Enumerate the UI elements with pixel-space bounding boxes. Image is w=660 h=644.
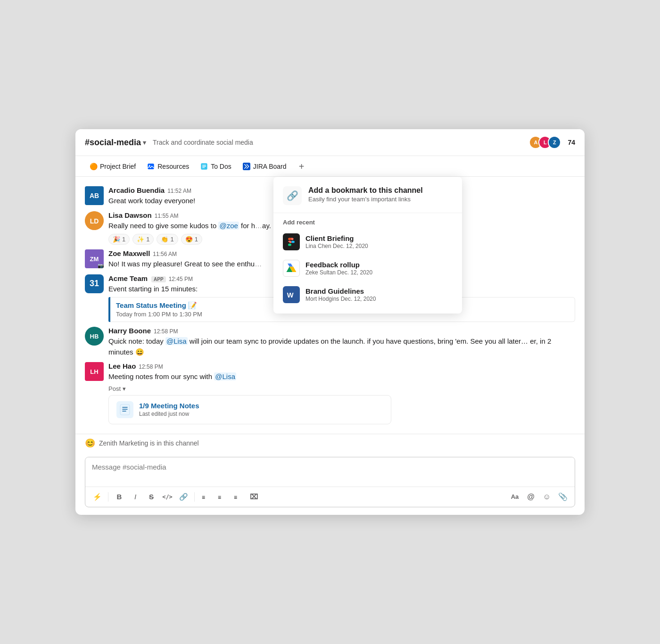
channel-name: #social-media [85, 138, 141, 148]
toolbar-divider [108, 492, 108, 502]
italic-button[interactable]: I [128, 490, 142, 504]
figma-icon [283, 233, 300, 250]
message-time: 12:58 PM [154, 328, 178, 335]
reaction-sparkle[interactable]: ✨1 [132, 234, 154, 245]
gdrive-icon [283, 260, 300, 277]
mention-lisa2[interactable]: @Lisa [214, 372, 236, 380]
avatar: HB [85, 327, 104, 346]
svg-text:W: W [287, 291, 294, 299]
svg-rect-5 [120, 405, 130, 415]
feedback-rollup-meta: Zeke Sultan Dec. 12, 2020 [305, 269, 372, 276]
lightning-button[interactable]: ⚡ [90, 490, 104, 504]
mention-button[interactable]: @ [524, 490, 538, 504]
dropdown-header: 🔗 Add a bookmark to this channel Easily … [273, 177, 462, 213]
avatar-initials: ZM [90, 256, 99, 263]
jira-icon [243, 163, 250, 170]
feedback-rollup-name: Feedback rollup [305, 261, 372, 269]
message-row: HB Harry Boone 12:58 PM Quick note: toda… [85, 325, 575, 359]
zenith-emoji: 😊 [85, 438, 95, 448]
dropdown-subtitle: Easily find your team's important links [308, 196, 423, 203]
reaction-party[interactable]: 🎉1 [108, 234, 130, 245]
add-bookmark-button[interactable]: + [295, 160, 308, 173]
post-label-text: Post ▾ [108, 385, 126, 392]
attach-button[interactable]: 📎 [556, 490, 570, 504]
dropdown-item-brand-guidelines[interactable]: W Brand Guidelines Mort Hodgins Dec. 12,… [273, 281, 462, 308]
message-header: Harry Boone 12:58 PM [108, 327, 575, 335]
svg-rect-0 [148, 164, 154, 169]
link-button[interactable]: 🔗 [176, 490, 190, 504]
bookmark-dropdown: 🔗 Add a bookmark to this channel Easily … [273, 177, 462, 314]
app-badge: APP [151, 276, 166, 282]
bookmark-todos-label: To Dos [211, 163, 231, 170]
message-time: 12:45 PM [169, 276, 193, 282]
file-icon [116, 401, 133, 418]
mention-lisa[interactable]: @Lisa [165, 337, 188, 345]
strikethrough-button[interactable]: S [144, 490, 158, 504]
avatar-image [85, 211, 104, 230]
sender-name: Lee Hao [108, 362, 136, 370]
brand-guidelines-meta: Mort Hodgins Dec. 12, 2020 [305, 296, 376, 302]
message-input[interactable] [85, 457, 575, 485]
bookmark-resources-label: Resources [157, 163, 189, 170]
todos-icon [200, 163, 208, 170]
avatar-initials: HB [90, 333, 99, 340]
message-header: Lee Hao 12:58 PM [108, 362, 575, 370]
indent-button[interactable]: ≡ [231, 490, 245, 504]
bookmark-project-brief[interactable]: 🟠 Project Brief [85, 160, 140, 173]
post-label[interactable]: Post ▾ [108, 385, 575, 392]
bookmark-resources[interactable]: Resources [142, 160, 194, 173]
bold-button[interactable]: B [112, 490, 126, 504]
message-input-box: ⚡ B I S </> 🔗 ≡ ≡ ≡ ⌧ Aa [85, 457, 575, 507]
file-card[interactable]: 1/9 Meeting Notes Last edited just now [108, 395, 391, 424]
avatar-initials: LH [90, 368, 98, 375]
avatar: ZM 📷 [85, 249, 104, 268]
link-icon: 🔗 [283, 186, 302, 205]
reaction-heart-eyes[interactable]: 😍1 [181, 234, 202, 245]
ordered-list-button[interactable]: ≡ [198, 490, 213, 504]
header-right: A L Z 74 [529, 136, 575, 149]
font-button[interactable]: Aa [508, 490, 522, 504]
svg-text:≡: ≡ [202, 494, 205, 501]
svg-text:≡: ≡ [234, 494, 237, 501]
channel-info-text: Zenith Marketing is in this channel [99, 439, 199, 447]
member-count[interactable]: 74 [568, 139, 575, 146]
dropdown-title: Add a bookmark to this channel [308, 186, 423, 195]
file-meta: Last edited just now [139, 411, 199, 417]
brand-guidelines-name: Brand Guidelines [305, 287, 376, 295]
acme-calendar-icon: 31 [85, 274, 104, 293]
message-time: 12:58 PM [139, 363, 163, 370]
code-button[interactable]: </> [160, 490, 174, 504]
brand-guidelines-text: Brand Guidelines Mort Hodgins Dec. 12, 2… [305, 287, 376, 302]
feedback-rollup-text: Feedback rollup Zeke Sultan Dec. 12, 202… [305, 261, 372, 276]
mention-zoe[interactable]: @zoe [218, 222, 239, 230]
word-icon: W [283, 286, 300, 303]
sender-name: Lisa Dawson [108, 211, 152, 219]
message-row: LH Lee Hao 12:58 PM Meeting notes from o… [85, 360, 575, 426]
client-briefing-meta: Lina Chen Dec. 12, 2020 [305, 243, 368, 249]
sender-name: Zoe Maxwell [108, 249, 150, 257]
avatar-member-3: Z [548, 136, 561, 149]
svg-point-1 [149, 165, 150, 166]
unordered-list-button[interactable]: ≡ [214, 490, 229, 504]
message-text: Quick note: today @Lisa will join our te… [108, 336, 575, 357]
bookmark-jira[interactable]: JIRA Board [238, 160, 291, 173]
dropdown-item-feedback-rollup[interactable]: Feedback rollup Zeke Sultan Dec. 12, 202… [273, 255, 462, 281]
client-briefing-text: Client Briefing Lina Chen Dec. 12, 2020 [305, 234, 368, 249]
sender-name: Acme Team [108, 274, 148, 282]
input-toolbar: ⚡ B I S </> 🔗 ≡ ≡ ≡ ⌧ Aa [85, 487, 575, 507]
outdent-button[interactable]: ⌧ [247, 490, 261, 504]
bookmark-jira-label: JIRA Board [253, 163, 287, 170]
message-content: Lee Hao 12:58 PM Meeting notes from our … [108, 362, 575, 424]
channel-title[interactable]: #social-media ▾ [85, 138, 146, 148]
project-brief-icon: 🟠 [90, 163, 97, 170]
bookmark-todos[interactable]: To Dos [196, 160, 236, 173]
dropdown-main-text: Add a bookmark to this channel Easily fi… [308, 186, 423, 203]
reaction-clap[interactable]: 👏1 [157, 234, 178, 245]
toolbar-divider [194, 492, 195, 502]
members-avatars[interactable]: A L Z [529, 136, 561, 149]
emoji-button[interactable]: ☺ [540, 490, 554, 504]
message-text: Meeting notes from our sync with @Lisa [108, 372, 575, 382]
dropdown-item-client-briefing[interactable]: Client Briefing Lina Chen Dec. 12, 2020 [273, 229, 462, 255]
channel-info-bar: 😊 Zenith Marketing is in this channel [75, 434, 585, 452]
toolbar-right: Aa @ ☺ 📎 [508, 490, 570, 504]
